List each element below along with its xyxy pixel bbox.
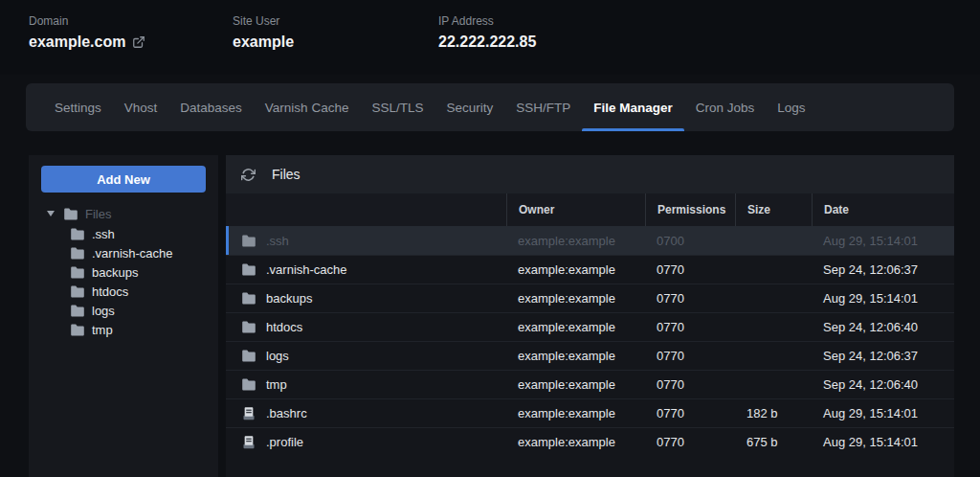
external-link-icon[interactable]	[132, 35, 145, 49]
tab-cron-jobs[interactable]: Cron Jobs	[684, 83, 767, 131]
file-permissions: 0770	[645, 262, 735, 277]
file-date: Aug 29, 15:14:01	[812, 406, 954, 420]
folder-icon	[70, 285, 85, 298]
column-header-date: Date	[812, 193, 954, 226]
file-owner: example:example	[506, 349, 645, 363]
table-row[interactable]: backups example:example 0770 Aug 29, 15:…	[226, 284, 954, 312]
table-row[interactable]: .varnish-cache example:example 0770 Sep …	[226, 255, 954, 284]
tree-root-label: Files	[85, 207, 111, 221]
folder-icon	[70, 228, 85, 240]
ip-address-label: IP Address	[438, 14, 536, 28]
table-row[interactable]: .ssh example:example 0700 Aug 29, 15:14:…	[226, 226, 954, 255]
file-tree-sidebar: Add New Files .ssh .varnish-cache	[29, 155, 218, 477]
file-owner: example:example	[506, 291, 645, 306]
tree-item-tmp[interactable]: tmp	[41, 320, 206, 339]
tree-item-htdocs[interactable]: htdocs	[41, 282, 206, 301]
site-user-value: example	[233, 34, 294, 51]
file-owner: example:example	[506, 435, 645, 449]
file-date: Aug 29, 15:14:01	[812, 291, 954, 306]
folder-icon	[70, 266, 85, 279]
tab-security[interactable]: Security	[434, 83, 504, 131]
site-user-label: Site User	[233, 14, 294, 28]
file-permissions: 0770	[645, 320, 735, 334]
file-owner: example:example	[506, 234, 645, 248]
file-tree: Files .ssh .varnish-cache backups htdocs	[41, 204, 206, 339]
files-table-body: .ssh example:example 0700 Aug 29, 15:14:…	[226, 226, 954, 456]
tab-ssl-tls[interactable]: SSL/TLS	[360, 83, 434, 131]
domain-label: Domain	[29, 14, 145, 28]
file-owner: example:example	[506, 320, 645, 334]
column-header-size: Size	[735, 193, 812, 226]
file-size: 675 b	[735, 435, 812, 449]
tree-item-label: .varnish-cache	[92, 246, 173, 261]
column-header-permissions: Permissions	[645, 193, 735, 226]
tab-databases[interactable]: Databases	[168, 83, 254, 131]
domain-field: Domain example.com	[29, 14, 145, 51]
tree-item-label: htdocs	[92, 284, 128, 299]
file-name: .ssh	[266, 234, 289, 248]
domain-value: example.com	[29, 34, 125, 51]
column-header-owner: Owner	[506, 193, 645, 226]
tab-file-manager[interactable]: File Manager	[582, 83, 684, 131]
tab-settings[interactable]: Settings	[43, 83, 113, 131]
tree-item-backups[interactable]: backups	[41, 262, 206, 282]
file-panel-header: Files	[226, 155, 954, 193]
tree-item-logs[interactable]: logs	[41, 301, 206, 320]
folder-icon	[241, 234, 256, 248]
file-name: htdocs	[266, 320, 302, 334]
file-date: Sep 24, 12:06:37	[812, 262, 954, 277]
tab-logs[interactable]: Logs	[766, 83, 816, 131]
table-row[interactable]: .bashrc example:example 0770 182 b Aug 2…	[226, 398, 954, 427]
tree-children: .ssh .varnish-cache backups htdocs logs	[41, 224, 206, 339]
file-permissions: 0770	[645, 349, 735, 363]
tab-varnish-cache[interactable]: Varnish Cache	[254, 83, 361, 131]
file-name: .varnish-cache	[266, 262, 347, 277]
files-table: Owner Permissions Size Date .ssh example…	[226, 193, 954, 477]
table-row[interactable]: tmp example:example 0770 Sep 24, 12:06:4…	[226, 370, 954, 398]
file-size: 182 b	[735, 406, 812, 420]
folder-icon	[241, 291, 256, 306]
files-table-header: Owner Permissions Size Date	[226, 193, 954, 226]
tab-bar: SettingsVhostDatabasesVarnish CacheSSL/T…	[26, 83, 954, 131]
folder-icon	[63, 208, 78, 220]
ip-address-value: 22.222.222.85	[438, 34, 536, 51]
file-name: tmp	[266, 377, 287, 392]
file-permissions: 0770	[645, 435, 735, 449]
file-icon	[241, 435, 256, 449]
site-summary-header: Domain example.com Site User example IP …	[0, 0, 980, 75]
tree-item-ssh[interactable]: .ssh	[41, 224, 206, 243]
folder-icon	[241, 349, 256, 363]
tree-item-varnish-cache[interactable]: .varnish-cache	[41, 243, 206, 262]
table-row[interactable]: .profile example:example 0770 675 b Aug …	[226, 427, 954, 456]
add-new-button[interactable]: Add New	[41, 166, 206, 193]
table-row[interactable]: logs example:example 0770 Sep 24, 12:06:…	[226, 341, 954, 370]
tree-item-label: .ssh	[92, 227, 115, 241]
file-permissions: 0770	[645, 291, 735, 306]
tab-vhost[interactable]: Vhost	[113, 83, 169, 131]
tree-root-files[interactable]: Files	[41, 204, 206, 223]
folder-icon	[241, 262, 256, 277]
file-name: logs	[266, 349, 289, 363]
file-panel-title: Files	[272, 167, 301, 182]
folder-icon	[241, 377, 256, 392]
table-row[interactable]: htdocs example:example 0770 Sep 24, 12:0…	[226, 312, 954, 341]
column-header-name	[226, 193, 506, 226]
file-permissions: 0770	[645, 377, 735, 392]
file-owner: example:example	[506, 406, 645, 420]
file-date: Aug 29, 15:14:01	[812, 234, 954, 248]
file-owner: example:example	[506, 377, 645, 392]
tab-ssh-ftp[interactable]: SSH/FTP	[504, 83, 582, 131]
file-name: .profile	[266, 435, 303, 449]
folder-icon	[70, 324, 85, 336]
file-date: Sep 24, 12:06:40	[812, 377, 954, 392]
file-manager-panel: Files Owner Permissions Size Date .ssh e…	[226, 155, 954, 477]
caret-down-icon[interactable]	[47, 211, 55, 216]
refresh-icon[interactable]	[241, 168, 256, 182]
tree-item-label: tmp	[92, 323, 113, 337]
file-icon	[241, 406, 256, 420]
content-area: Add New Files .ssh .varnish-cache	[29, 155, 954, 477]
file-name: .bashrc	[266, 406, 307, 420]
file-owner: example:example	[506, 262, 645, 277]
tree-item-label: logs	[92, 304, 115, 318]
site-user-field: Site User example	[233, 14, 294, 51]
